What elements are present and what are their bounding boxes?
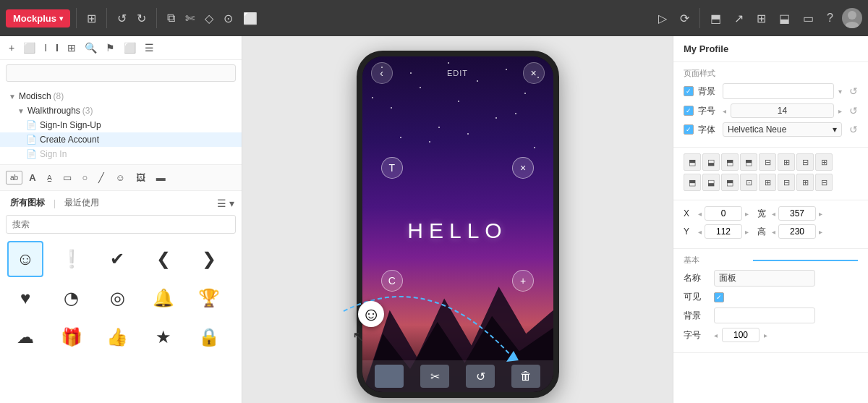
- bold-text-button[interactable]: I: [53, 41, 61, 55]
- component-icon[interactable]: ⊞: [752, 9, 770, 28]
- basic-fontsize-inc-icon[interactable]: ▸: [764, 331, 767, 339]
- fontsize-checkbox[interactable]: [684, 106, 694, 116]
- basic-fontsize-dec-icon[interactable]: ◂: [714, 331, 718, 339]
- fontsize-reset-icon[interactable]: ↺: [849, 105, 858, 116]
- tool-line-icon[interactable]: ╱: [94, 169, 109, 186]
- w-dec-icon[interactable]: ◂: [772, 210, 775, 218]
- align-bottom-left-button[interactable]: ⬒: [740, 153, 757, 171]
- icon-cell-trophy[interactable]: 🏆: [191, 280, 227, 316]
- bg-reset-icon[interactable]: ↺: [849, 85, 858, 97]
- handle-c-button[interactable]: C: [381, 270, 403, 292]
- pb-delete-button[interactable]: 🗑: [511, 365, 540, 388]
- add-button[interactable]: +: [6, 41, 17, 55]
- icon-cell-star[interactable]: ★: [145, 319, 182, 355]
- play-button[interactable]: ▷: [654, 9, 671, 28]
- align-center-v-button[interactable]: ⊞: [815, 153, 833, 171]
- icon-cell-exclamation[interactable]: ❕: [54, 241, 90, 277]
- fontsize-value[interactable]: 14: [731, 103, 834, 118]
- icon-cell-chevron-right[interactable]: ❯: [191, 241, 227, 277]
- x-value[interactable]: 0: [705, 206, 742, 221]
- align-top-left-button[interactable]: ⬒: [684, 153, 701, 171]
- tree-search-box[interactable]: [6, 64, 236, 82]
- image-button[interactable]: ⬜: [121, 41, 139, 55]
- h-inc-icon[interactable]: ▸: [819, 228, 822, 236]
- fontsize-inc-icon[interactable]: ▸: [838, 107, 842, 115]
- w-inc-icon[interactable]: ▸: [819, 210, 822, 218]
- refresh-button[interactable]: ⟳: [676, 9, 694, 28]
- icon-cell-thumbsup[interactable]: 👍: [99, 319, 135, 355]
- shape-icon[interactable]: ◇: [200, 9, 218, 28]
- distribute-v-button[interactable]: ⊞: [778, 153, 795, 171]
- cut-icon[interactable]: ✄: [181, 9, 199, 28]
- icon-cell-pie[interactable]: ◔: [54, 280, 90, 316]
- bg-color-box[interactable]: [723, 83, 834, 99]
- search-tree-button[interactable]: 🔍: [82, 41, 100, 55]
- distribute-right-button[interactable]: ⊟: [778, 174, 795, 191]
- tool-image-icon[interactable]: 🖼: [132, 169, 150, 186]
- icon-cell-checkmark[interactable]: ✔: [99, 241, 135, 277]
- handle-t-button[interactable]: T: [381, 157, 403, 179]
- handle-plus-button[interactable]: +: [512, 270, 534, 292]
- icon-search-input[interactable]: [12, 219, 229, 229]
- icon-menu-button[interactable]: ☰ ▾: [217, 198, 234, 209]
- y-dec-icon[interactable]: ◂: [698, 228, 702, 236]
- tree-search-input[interactable]: [12, 68, 229, 78]
- group-button[interactable]: ⊞: [64, 41, 79, 55]
- tool-layout-icon[interactable]: ▬: [152, 169, 170, 186]
- tree-item-sign-in[interactable]: 📄 Sign In: [0, 147, 242, 161]
- tree-item-create-account[interactable]: 📄 Create Account: [0, 132, 242, 147]
- tree-group-modisch[interactable]: ▼ Modisch (8): [0, 89, 242, 103]
- help-icon[interactable]: ?: [822, 9, 838, 27]
- tool-input-icon[interactable]: ab: [6, 171, 22, 184]
- icon-cell-smiley[interactable]: ☺: [7, 241, 43, 277]
- tool-text2-icon[interactable]: A̲: [43, 171, 56, 184]
- tool-emoji-icon[interactable]: ☺: [111, 169, 129, 186]
- distribute-top-button[interactable]: ⊞: [796, 174, 814, 191]
- align-middle-button[interactable]: ⊡: [740, 174, 757, 191]
- x-dec-icon[interactable]: ◂: [698, 210, 702, 218]
- brand-button[interactable]: Mockplus ▾: [6, 9, 70, 27]
- align-top-right-button[interactable]: ⬒: [721, 153, 739, 171]
- bg-dropdown-arrow[interactable]: ▾: [838, 88, 842, 96]
- phone-close-button[interactable]: ×: [523, 62, 545, 84]
- h-dec-icon[interactable]: ◂: [772, 228, 775, 236]
- pb-cut-button[interactable]: ✂: [420, 365, 449, 388]
- fontfamily-checkbox[interactable]: [684, 124, 694, 135]
- tool-text-icon[interactable]: A: [25, 169, 40, 186]
- tree-item-signin-signup[interactable]: 📄 Sign-In Sign-Up: [0, 118, 242, 132]
- distribute-left-button[interactable]: ⊞: [759, 174, 776, 191]
- y-value[interactable]: 112: [705, 224, 742, 239]
- icon-cell-chevron-left[interactable]: ❮: [145, 241, 182, 277]
- icon-cell-cloud[interactable]: ☁: [7, 319, 43, 355]
- import-icon[interactable]: ⬓: [775, 9, 794, 28]
- share-icon[interactable]: ↗: [730, 9, 748, 28]
- icon-cell-gift[interactable]: 🎁: [54, 319, 90, 355]
- bg-checkbox[interactable]: [684, 86, 694, 96]
- fontfamily-dropdown[interactable]: Helvetica Neue ▾: [723, 122, 842, 137]
- fontfamily-reset-icon[interactable]: ↺: [849, 124, 858, 135]
- window-icon[interactable]: ▭: [799, 9, 818, 28]
- copy-icon[interactable]: ⧉: [163, 9, 179, 27]
- frame-button[interactable]: ⬜: [20, 41, 38, 55]
- pb-undo-button[interactable]: ↺: [466, 365, 495, 388]
- x-inc-icon[interactable]: ▸: [745, 210, 749, 218]
- flag-button[interactable]: ⚑: [103, 41, 118, 55]
- text-button[interactable]: I: [41, 41, 50, 55]
- tree-subgroup-walkthroughs[interactable]: ▼ Walkthroughs (3): [0, 103, 242, 118]
- center-canvas[interactable]: ‹ EDIT × T × C + HELLO ✂ ↺: [242, 36, 673, 403]
- undo-button[interactable]: ↺: [113, 9, 131, 28]
- pb-paste-button[interactable]: [375, 365, 404, 388]
- align-center-h-button[interactable]: ⊟: [796, 153, 814, 171]
- distribute-bottom-button[interactable]: ⊟: [815, 174, 833, 191]
- visible-checkbox[interactable]: [714, 292, 724, 302]
- redo-button[interactable]: ↻: [132, 9, 150, 28]
- tool-circle-icon[interactable]: ○: [78, 169, 93, 186]
- icon-search-box[interactable]: [6, 215, 236, 234]
- avatar[interactable]: [842, 8, 862, 28]
- align-bottom-button[interactable]: ⬒: [721, 174, 739, 191]
- name-value-input[interactable]: 面板: [714, 270, 815, 287]
- icon-cell-heart[interactable]: ♥: [7, 280, 43, 316]
- export-icon[interactable]: ⬒: [706, 9, 726, 28]
- icon-cell-bell[interactable]: 🔔: [145, 280, 182, 316]
- list-button[interactable]: ☰: [142, 41, 157, 55]
